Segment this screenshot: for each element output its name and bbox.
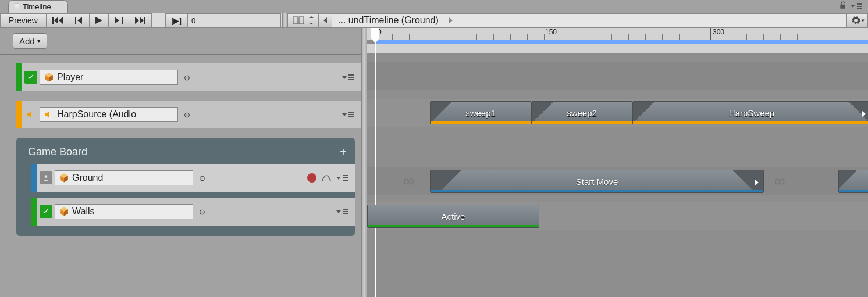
- record-button[interactable]: [307, 173, 316, 183]
- clip-area[interactable]: 0150300 sweep1 sweep2: [367, 28, 868, 297]
- lock-icon[interactable]: [839, 1, 847, 11]
- track-player[interactable]: Player ⊙: [16, 63, 361, 91]
- edit-mode-button[interactable]: [288, 13, 319, 27]
- track-harpsource[interactable]: HarpSource (Audio ⊙: [16, 101, 361, 128]
- clip-row-ground[interactable]: ∞ Start Move ∞: [367, 167, 868, 195]
- clip-row-walls[interactable]: Active: [367, 202, 868, 230]
- track-name: Walls: [72, 206, 95, 217]
- track-name: Ground: [72, 173, 103, 183]
- loop-icon: [755, 180, 759, 185]
- clip-sweep1[interactable]: sweep1: [430, 101, 531, 124]
- clip-label: Active: [442, 212, 465, 221]
- gameobject-icon: [59, 206, 69, 217]
- play-button[interactable]: [90, 13, 109, 27]
- track-menu-icon[interactable]: [342, 111, 354, 118]
- preview-button[interactable]: Preview: [0, 13, 47, 27]
- add-label: Add: [19, 36, 35, 46]
- goto-end-button[interactable]: [129, 13, 152, 27]
- infinity-icon: ∞: [403, 172, 414, 190]
- breadcrumb-back[interactable]: [319, 13, 332, 27]
- clip-harpsweep[interactable]: HarpSweep: [632, 101, 868, 124]
- toolbar-splitter[interactable]: [282, 13, 288, 27]
- svg-rect-0: [293, 17, 298, 24]
- prev-frame-button[interactable]: [69, 13, 90, 27]
- track-header-panel: Add▾ Player ⊙: [0, 28, 361, 297]
- clip-label: sweep1: [465, 108, 496, 118]
- record-target-icon[interactable]: ⊙: [184, 110, 190, 119]
- infinity-icon: ∞: [774, 172, 785, 190]
- clip-row-harp[interactable]: sweep1 sweep2 HarpSweep: [367, 99, 868, 127]
- track-color: [31, 198, 37, 226]
- gameobject-icon: [44, 72, 54, 83]
- clip-startmove[interactable]: Start Move: [430, 170, 764, 193]
- track-menu-icon[interactable]: [336, 208, 348, 215]
- group-name: Game Board: [28, 146, 87, 158]
- clip-label: Start Move: [576, 177, 618, 187]
- track-ground[interactable]: Ground ⊙: [31, 164, 355, 192]
- clip-row-group-header: [367, 134, 868, 158]
- time-ruler[interactable]: 0150300: [367, 28, 868, 53]
- clip-active[interactable]: Active: [367, 205, 539, 228]
- settings-button[interactable]: ▾: [847, 13, 868, 27]
- play-range-button[interactable]: [▶]: [165, 13, 188, 27]
- check-icon[interactable]: [24, 71, 37, 84]
- toolbar: Preview [▶] 0 ... undTimeline (Ground) ▾: [0, 13, 868, 28]
- track-walls[interactable]: Walls ⊙: [31, 198, 355, 226]
- record-target-icon[interactable]: ⊙: [184, 73, 190, 82]
- track-name: Player: [57, 72, 83, 83]
- vertical-splitter[interactable]: [361, 28, 367, 297]
- playhead-handle[interactable]: [371, 28, 379, 38]
- track-binding-field[interactable]: HarpSource (Audio: [40, 107, 178, 122]
- group-add-button[interactable]: +: [340, 145, 347, 159]
- tab-bar: Timeline: [0, 0, 868, 13]
- goto-start-button[interactable]: [46, 13, 69, 27]
- frame-field[interactable]: 0: [188, 13, 281, 27]
- track-menu-icon[interactable]: [336, 174, 348, 181]
- breadcrumb[interactable]: ... undTimeline (Ground): [332, 13, 847, 27]
- clip-row-player[interactable]: [367, 62, 868, 90]
- svg-point-2: [45, 175, 48, 178]
- record-target-icon[interactable]: ⊙: [199, 207, 205, 216]
- clip-ground-extra[interactable]: [838, 170, 868, 193]
- clip-label: HarpSweep: [729, 108, 774, 118]
- track-binding-field[interactable]: Ground: [55, 170, 193, 185]
- frame-value: 0: [191, 16, 195, 25]
- clip-label: sweep2: [567, 108, 597, 118]
- track-binding-field[interactable]: Walls: [55, 204, 193, 219]
- track-color: [16, 63, 22, 91]
- check-icon[interactable]: [40, 205, 52, 218]
- breadcrumb-text: ... undTimeline (Ground): [338, 15, 439, 26]
- tab-timeline[interactable]: Timeline: [8, 0, 68, 13]
- svg-rect-1: [299, 17, 304, 24]
- gameobject-icon: [59, 173, 69, 183]
- curves-icon[interactable]: [321, 173, 332, 183]
- tab-title: Timeline: [23, 2, 51, 11]
- audiosource-icon: [44, 109, 54, 120]
- pane-menu-icon[interactable]: [851, 3, 862, 10]
- loop-icon: [862, 111, 866, 117]
- track-name: HarpSource (Audio: [57, 109, 136, 120]
- track-binding-field[interactable]: Player: [40, 70, 178, 85]
- track-color: [16, 101, 22, 128]
- tab-icon: [15, 3, 19, 10]
- avatar-mask-icon[interactable]: [40, 171, 52, 184]
- track-color: [31, 164, 37, 192]
- audio-track-icon: [24, 108, 37, 121]
- record-target-icon[interactable]: ⊙: [199, 174, 205, 183]
- next-frame-button[interactable]: [109, 13, 129, 27]
- track-menu-icon[interactable]: [342, 74, 354, 81]
- add-track-button[interactable]: Add▾: [13, 33, 47, 49]
- track-group-gameboard[interactable]: Game Board + Ground ⊙: [16, 138, 355, 236]
- chevron-right-icon: [449, 17, 453, 23]
- clip-sweep2[interactable]: sweep2: [531, 101, 632, 124]
